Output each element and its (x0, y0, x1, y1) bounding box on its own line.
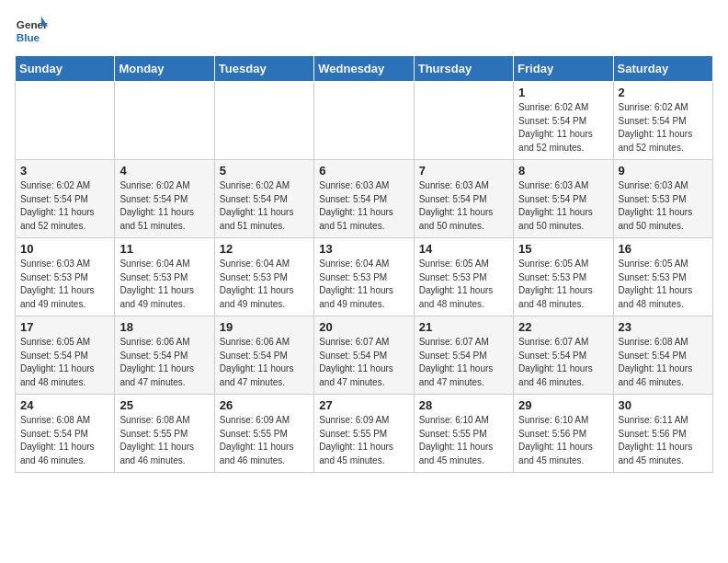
day-info: Sunrise: 6:07 AM Sunset: 5:54 PM Dayligh… (518, 336, 608, 389)
day-info: Sunrise: 6:03 AM Sunset: 5:54 PM Dayligh… (319, 179, 408, 233)
day-number: 17 (20, 320, 109, 334)
day-info: Sunrise: 6:05 AM Sunset: 5:53 PM Dayligh… (419, 258, 508, 311)
day-info: Sunrise: 6:02 AM Sunset: 5:54 PM Dayligh… (20, 179, 109, 233)
page-header: General Blue (15, 15, 713, 48)
day-number: 16 (619, 242, 708, 256)
calendar-cell: 27Sunrise: 6:09 AM Sunset: 5:55 PM Dayli… (314, 395, 414, 473)
day-number: 10 (20, 242, 109, 256)
day-info: Sunrise: 6:04 AM Sunset: 5:53 PM Dayligh… (220, 258, 309, 311)
day-number: 8 (518, 164, 608, 178)
day-info: Sunrise: 6:02 AM Sunset: 5:54 PM Dayligh… (619, 101, 708, 155)
calendar-cell: 30Sunrise: 6:11 AM Sunset: 5:56 PM Dayli… (613, 395, 712, 473)
day-info: Sunrise: 6:02 AM Sunset: 5:54 PM Dayligh… (119, 179, 209, 233)
calendar-cell: 12Sunrise: 6:04 AM Sunset: 5:53 PM Dayli… (214, 238, 313, 316)
calendar-cell: 26Sunrise: 6:09 AM Sunset: 5:55 PM Dayli… (214, 395, 313, 473)
calendar-cell (115, 82, 214, 160)
day-number: 5 (220, 164, 309, 178)
day-info: Sunrise: 6:05 AM Sunset: 5:54 PM Dayligh… (20, 336, 109, 389)
calendar-cell: 29Sunrise: 6:10 AM Sunset: 5:56 PM Dayli… (514, 395, 613, 473)
day-info: Sunrise: 6:04 AM Sunset: 5:53 PM Dayligh… (319, 258, 408, 311)
calendar-cell: 24Sunrise: 6:08 AM Sunset: 5:54 PM Dayli… (16, 395, 115, 473)
weekday-header: Monday (115, 56, 214, 82)
day-info: Sunrise: 6:07 AM Sunset: 5:54 PM Dayligh… (319, 336, 408, 389)
calendar-cell: 13Sunrise: 6:04 AM Sunset: 5:53 PM Dayli… (314, 238, 414, 316)
calendar-cell: 6Sunrise: 6:03 AM Sunset: 5:54 PM Daylig… (314, 160, 414, 238)
day-info: Sunrise: 6:10 AM Sunset: 5:55 PM Dayligh… (419, 414, 508, 467)
calendar-cell: 4Sunrise: 6:02 AM Sunset: 5:54 PM Daylig… (115, 160, 214, 238)
calendar-cell: 7Sunrise: 6:03 AM Sunset: 5:54 PM Daylig… (414, 160, 513, 238)
calendar-cell: 18Sunrise: 6:06 AM Sunset: 5:54 PM Dayli… (115, 316, 214, 395)
day-info: Sunrise: 6:05 AM Sunset: 5:53 PM Dayligh… (619, 258, 708, 311)
day-info: Sunrise: 6:08 AM Sunset: 5:54 PM Dayligh… (619, 336, 708, 389)
calendar-cell: 21Sunrise: 6:07 AM Sunset: 5:54 PM Dayli… (414, 316, 513, 395)
calendar-cell: 17Sunrise: 6:05 AM Sunset: 5:54 PM Dayli… (16, 316, 115, 395)
calendar-cell: 16Sunrise: 6:05 AM Sunset: 5:53 PM Dayli… (613, 238, 712, 316)
day-number: 24 (20, 398, 109, 412)
calendar-cell: 3Sunrise: 6:02 AM Sunset: 5:54 PM Daylig… (16, 160, 115, 238)
day-info: Sunrise: 6:08 AM Sunset: 5:54 PM Dayligh… (20, 414, 109, 467)
weekday-header: Thursday (414, 56, 513, 82)
day-number: 30 (619, 398, 708, 412)
day-number: 1 (518, 86, 608, 99)
day-info: Sunrise: 6:05 AM Sunset: 5:53 PM Dayligh… (518, 258, 608, 311)
day-info: Sunrise: 6:02 AM Sunset: 5:54 PM Dayligh… (220, 179, 309, 233)
calendar-cell: 15Sunrise: 6:05 AM Sunset: 5:53 PM Dayli… (514, 238, 613, 316)
day-number: 6 (319, 164, 408, 178)
day-info: Sunrise: 6:10 AM Sunset: 5:56 PM Dayligh… (518, 414, 608, 467)
day-number: 28 (419, 398, 508, 412)
calendar-cell: 14Sunrise: 6:05 AM Sunset: 5:53 PM Dayli… (414, 238, 513, 316)
day-info: Sunrise: 6:11 AM Sunset: 5:56 PM Dayligh… (619, 414, 708, 467)
calendar-cell: 8Sunrise: 6:03 AM Sunset: 5:54 PM Daylig… (514, 160, 613, 238)
day-number: 27 (319, 398, 408, 412)
day-number: 4 (119, 164, 209, 178)
day-info: Sunrise: 6:06 AM Sunset: 5:54 PM Dayligh… (220, 336, 309, 389)
weekday-header: Sunday (16, 56, 115, 82)
day-info: Sunrise: 6:09 AM Sunset: 5:55 PM Dayligh… (220, 414, 309, 467)
calendar-cell: 5Sunrise: 6:02 AM Sunset: 5:54 PM Daylig… (214, 160, 313, 238)
day-info: Sunrise: 6:03 AM Sunset: 5:53 PM Dayligh… (619, 179, 708, 233)
day-number: 3 (20, 164, 109, 178)
day-info: Sunrise: 6:07 AM Sunset: 5:54 PM Dayligh… (419, 336, 508, 389)
day-number: 21 (419, 320, 508, 334)
day-number: 7 (419, 164, 508, 178)
day-number: 29 (518, 398, 608, 412)
day-info: Sunrise: 6:02 AM Sunset: 5:54 PM Dayligh… (518, 101, 608, 155)
day-info: Sunrise: 6:08 AM Sunset: 5:55 PM Dayligh… (119, 414, 209, 467)
calendar-cell (414, 82, 513, 160)
day-number: 18 (119, 320, 209, 334)
calendar-table: SundayMondayTuesdayWednesdayThursdayFrid… (15, 55, 713, 473)
calendar-cell: 1Sunrise: 6:02 AM Sunset: 5:54 PM Daylig… (514, 82, 613, 160)
calendar-cell: 23Sunrise: 6:08 AM Sunset: 5:54 PM Dayli… (613, 316, 712, 395)
calendar-cell: 22Sunrise: 6:07 AM Sunset: 5:54 PM Dayli… (514, 316, 613, 395)
day-number: 14 (419, 242, 508, 256)
day-number: 11 (119, 242, 209, 256)
calendar-cell: 2Sunrise: 6:02 AM Sunset: 5:54 PM Daylig… (613, 82, 712, 160)
logo-icon: General Blue (15, 15, 48, 48)
day-info: Sunrise: 6:06 AM Sunset: 5:54 PM Dayligh… (119, 336, 209, 389)
calendar-cell: 25Sunrise: 6:08 AM Sunset: 5:55 PM Dayli… (115, 395, 214, 473)
day-info: Sunrise: 6:09 AM Sunset: 5:55 PM Dayligh… (319, 414, 408, 467)
day-number: 2 (619, 86, 708, 99)
day-number: 26 (220, 398, 309, 412)
calendar-cell: 20Sunrise: 6:07 AM Sunset: 5:54 PM Dayli… (314, 316, 414, 395)
weekday-header: Saturday (613, 56, 712, 82)
calendar-cell: 19Sunrise: 6:06 AM Sunset: 5:54 PM Dayli… (214, 316, 313, 395)
day-number: 12 (220, 242, 309, 256)
logo: General Blue (15, 15, 48, 48)
svg-text:Blue: Blue (17, 31, 40, 43)
calendar-cell (16, 82, 115, 160)
day-number: 19 (220, 320, 309, 334)
day-number: 15 (518, 242, 608, 256)
day-info: Sunrise: 6:04 AM Sunset: 5:53 PM Dayligh… (119, 258, 209, 311)
day-number: 23 (619, 320, 708, 334)
day-info: Sunrise: 6:03 AM Sunset: 5:53 PM Dayligh… (20, 258, 109, 311)
day-number: 20 (319, 320, 408, 334)
weekday-header: Wednesday (314, 56, 414, 82)
weekday-header: Friday (514, 56, 613, 82)
calendar-cell (214, 82, 313, 160)
day-info: Sunrise: 6:03 AM Sunset: 5:54 PM Dayligh… (518, 179, 608, 233)
day-number: 25 (119, 398, 209, 412)
day-info: Sunrise: 6:03 AM Sunset: 5:54 PM Dayligh… (419, 179, 508, 233)
weekday-header: Tuesday (214, 56, 313, 82)
day-number: 22 (518, 320, 608, 334)
